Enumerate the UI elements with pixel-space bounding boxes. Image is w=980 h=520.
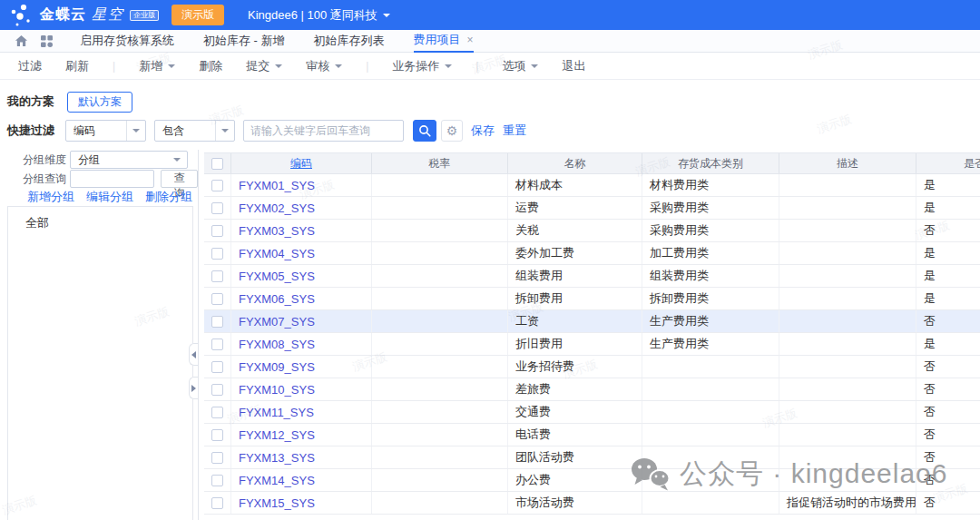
cell-code[interactable]: FYXM11_SYS — [231, 401, 372, 423]
table-row[interactable]: FYXM08_SYS折旧费用生产费用类是 — [204, 333, 980, 356]
cell-category: 组装费用类 — [642, 265, 779, 287]
row-checkbox[interactable] — [211, 475, 223, 486]
cell-code[interactable]: FYXM06_SYS — [231, 288, 372, 309]
table-row[interactable]: FYXM12_SYS电话费否 — [204, 424, 980, 446]
filter-operator-select[interactable]: 包含 — [154, 120, 235, 142]
row-checkbox[interactable] — [211, 180, 223, 191]
cell-code[interactable]: FYXM08_SYS — [231, 333, 372, 355]
column-header-category[interactable]: 存货成本类别 — [642, 153, 779, 173]
cell-code[interactable]: FYXM09_SYS — [231, 356, 372, 378]
table-row[interactable]: FYXM09_SYS业务招待费否 — [204, 356, 980, 378]
audit-button[interactable]: 审核 — [306, 58, 342, 74]
app-grid-icon[interactable] — [41, 35, 53, 47]
cell-code[interactable]: FYXM02_SYS — [231, 197, 372, 219]
toolbar-item-label: 过滤 — [18, 58, 42, 74]
cell-code[interactable]: FYXM03_SYS — [231, 220, 372, 241]
close-icon[interactable]: × — [467, 34, 474, 46]
edit-group-link[interactable]: 编辑分组 — [86, 189, 133, 205]
column-header-desc[interactable]: 描述 — [779, 153, 916, 173]
refresh-button[interactable]: 刷新 — [65, 58, 89, 74]
select-all-checkbox[interactable] — [211, 158, 223, 170]
delete-group-link[interactable]: 删除分组 — [145, 189, 192, 205]
collapse-panel-handle[interactable] — [189, 343, 198, 366]
new-button[interactable]: 新增 — [139, 58, 175, 74]
row-checkbox[interactable] — [211, 407, 223, 418]
group-dimension-value: 分组 — [78, 152, 100, 168]
table-row[interactable]: FYXM10_SYS差旅费否 — [204, 378, 980, 401]
save-scheme-link[interactable]: 保存 — [471, 123, 495, 139]
cell-code[interactable]: FYXM15_SYS — [231, 492, 372, 514]
cell-name: 办公费 — [508, 469, 642, 491]
row-checkbox[interactable] — [211, 316, 223, 328]
row-checkbox[interactable] — [211, 384, 223, 396]
column-header-flag[interactable]: 是否 — [916, 153, 980, 173]
tab-initial-inventory-new[interactable]: 初始库存 - 新增 — [203, 30, 285, 53]
column-header-name[interactable]: 名称 — [508, 153, 642, 173]
home-icon[interactable] — [15, 34, 28, 47]
submit-button[interactable]: 提交 — [246, 58, 282, 74]
account-switcher[interactable]: Kingdee6 | 100 逐同科技 — [248, 7, 390, 24]
row-checkbox[interactable] — [211, 497, 223, 509]
main-area: 分组维度 分组 分组查询 查询 新增分组编辑分组删除分组 全部 编码税率名称存货… — [0, 150, 980, 520]
search-button[interactable] — [413, 120, 436, 142]
cell-code[interactable]: FYXM12_SYS — [231, 424, 372, 446]
group-tree-item[interactable]: 全部 — [8, 207, 192, 231]
cell-tax — [372, 469, 508, 491]
row-checkbox[interactable] — [211, 202, 223, 214]
table-row[interactable]: FYXM03_SYS关税采购费用类否 — [204, 220, 980, 242]
cell-code[interactable]: FYXM04_SYS — [231, 242, 372, 264]
expand-panel-handle[interactable] — [189, 377, 198, 399]
row-checkbox[interactable] — [211, 293, 223, 305]
tab-expense-items[interactable]: 费用项目× — [414, 30, 474, 53]
default-scheme-button[interactable]: 默认方案 — [67, 92, 132, 113]
keyword-search-input[interactable] — [243, 120, 404, 142]
table-row[interactable]: FYXM02_SYS运费采购费用类是 — [204, 197, 980, 220]
cell-flag: 否 — [916, 378, 980, 400]
tab-enable-inventory-accounting[interactable]: 启用存货核算系统 — [80, 30, 174, 53]
group-panel: 分组维度 分组 分组查询 查询 新增分组编辑分组删除分组 全部 — [0, 150, 198, 520]
add-group-link[interactable]: 新增分组 — [27, 189, 74, 205]
cell-code[interactable]: FYXM14_SYS — [231, 469, 372, 491]
reset-filter-link[interactable]: 重置 — [503, 123, 526, 139]
table-row[interactable]: FYXM04_SYS委外加工费加工费用类是 — [204, 242, 980, 265]
table-row[interactable]: FYXM13_SYS团队活动费否 — [204, 446, 980, 469]
filter-field-select[interactable]: 编码 — [65, 120, 146, 142]
filter-settings-button[interactable]: ⚙ — [441, 120, 463, 142]
table-row[interactable]: FYXM07_SYS工资生产费用类否 — [204, 310, 980, 333]
cell-desc — [779, 401, 916, 423]
cell-code[interactable]: FYXM07_SYS — [231, 310, 372, 332]
cell-category: 生产费用类 — [642, 310, 779, 332]
group-search-input[interactable] — [70, 170, 154, 188]
table-row[interactable]: FYXM05_SYS组装费用组装费用类是 — [204, 265, 980, 288]
row-checkbox[interactable] — [211, 248, 223, 260]
table-row[interactable]: FYXM01_SYS材料成本材料费用类是 — [204, 174, 980, 197]
row-checkbox[interactable] — [211, 225, 223, 237]
table-row[interactable]: FYXM11_SYS交通费否 — [204, 401, 980, 424]
row-checkbox[interactable] — [211, 429, 223, 441]
business-operations-button[interactable]: 业务操作 — [392, 58, 452, 74]
cell-code[interactable]: FYXM10_SYS — [231, 378, 372, 400]
column-header-code[interactable]: 编码 — [231, 153, 372, 173]
row-checkbox[interactable] — [211, 452, 223, 464]
cell-code[interactable]: FYXM05_SYS — [231, 265, 372, 287]
table-row[interactable]: FYXM06_SYS拆卸费用拆卸费用类是 — [204, 288, 980, 310]
filter-button[interactable]: 过滤 — [18, 58, 42, 74]
cell-tax — [372, 265, 508, 287]
cell-code[interactable]: FYXM13_SYS — [231, 446, 372, 468]
row-checkbox[interactable] — [211, 270, 223, 282]
delete-button[interactable]: 删除 — [199, 58, 222, 74]
exit-button[interactable]: 退出 — [562, 58, 585, 74]
cell-code[interactable]: FYXM01_SYS — [231, 174, 372, 196]
row-checkbox[interactable] — [211, 361, 223, 373]
row-checkbox[interactable] — [211, 338, 223, 350]
cell-desc — [779, 174, 916, 196]
cell-category — [642, 469, 779, 491]
tab-initial-inventory-list[interactable]: 初始库存列表 — [314, 30, 385, 53]
tab-label: 初始库存 - 新增 — [203, 33, 285, 49]
table-row[interactable]: FYXM14_SYS办公费否 — [204, 469, 980, 492]
group-search-button[interactable]: 查询 — [161, 170, 198, 188]
column-header-tax[interactable]: 税率 — [372, 153, 508, 173]
options-button[interactable]: 选项 — [502, 58, 538, 74]
table-row[interactable]: FYXM15_SYS市场活动费指促销活动时的市场费用否 — [204, 492, 980, 515]
group-dimension-select[interactable]: 分组 — [70, 151, 188, 169]
